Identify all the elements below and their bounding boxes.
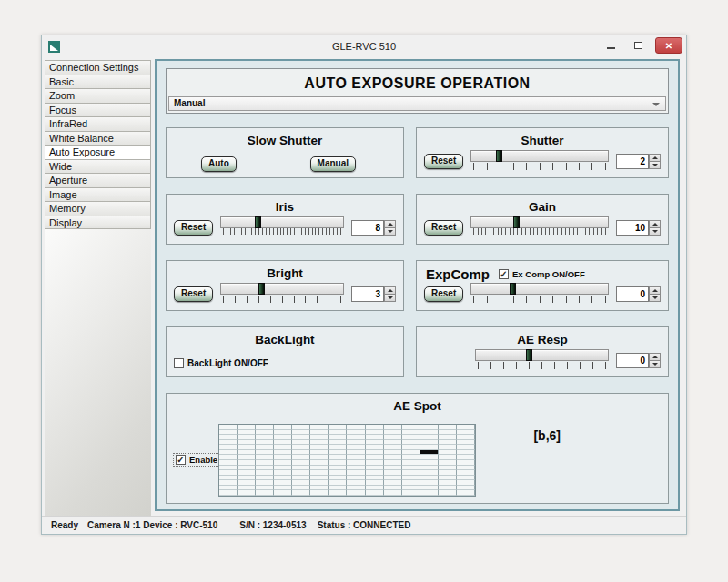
app-window: GLE-RVC 510 ✕ Connection SettingsBasicZo… — [41, 35, 687, 535]
ae-resp-slider-thumb[interactable] — [526, 349, 532, 361]
ae-spot-cell[interactable] — [347, 490, 365, 496]
shutter-reset-button[interactable]: Reset — [424, 154, 463, 169]
sidebar-item-display[interactable]: Display — [45, 216, 151, 230]
bright-slider-thumb[interactable] — [258, 283, 265, 295]
arrow-up-icon — [388, 223, 393, 226]
ae-spot-cell[interactable] — [238, 490, 256, 496]
ae-spot-cell[interactable] — [329, 490, 347, 496]
ae-spot-cell[interactable] — [439, 490, 457, 496]
bright-slider-track[interactable] — [220, 283, 344, 295]
status-bar: Ready Camera N :1 Device : RVC-510 S/N :… — [42, 516, 686, 534]
sidebar-item-wide[interactable]: Wide — [45, 159, 151, 174]
iris-slider-thumb[interactable] — [255, 216, 261, 228]
ae-spot-cell[interactable] — [274, 490, 292, 496]
ae-spot-cell[interactable] — [457, 490, 475, 496]
auto-exposure-page: AUTO EXPOSURE OPERATION Manual Slow Shut… — [155, 59, 680, 511]
ae-spot-cell[interactable] — [402, 490, 420, 496]
ae-resp-slider-track[interactable] — [475, 349, 609, 361]
iris-slider[interactable] — [220, 216, 344, 238]
gain-slider-track[interactable] — [470, 216, 609, 228]
bright-reset-button[interactable]: Reset — [174, 286, 213, 302]
bright-value-field[interactable]: 3 — [351, 286, 384, 302]
ae-resp-spin-down-button[interactable] — [649, 361, 661, 368]
sidebar-item-connection-settings[interactable]: Connection Settings — [45, 60, 151, 75]
ae-spot-cell[interactable] — [420, 490, 439, 496]
shutter-value-field[interactable]: 2 — [616, 154, 649, 169]
sidebar-item-auto-exposure[interactable]: Auto Exposure — [45, 145, 151, 159]
ae-spot-cell[interactable] — [366, 490, 384, 496]
backlight-title: BackLight — [167, 327, 403, 346]
arrow-down-icon — [388, 230, 393, 233]
expcomp-slider-track[interactable] — [470, 283, 609, 295]
expcomp-checkbox-label: Ex Comp ON/OFF — [512, 269, 585, 279]
gain-title: Gain — [417, 195, 668, 214]
sidebar-item-zoom[interactable]: Zoom — [45, 88, 151, 103]
enable-spot-checkbox[interactable]: ✓ — [176, 455, 186, 465]
title-bar: GLE-RVC 510 ✕ — [42, 35, 686, 57]
sidebar-item-basic[interactable]: Basic — [45, 75, 151, 89]
ae-spot-cell[interactable] — [256, 490, 274, 496]
iris-spin-down-button[interactable] — [384, 228, 396, 236]
expcomp-value-field[interactable]: 0 — [616, 286, 649, 302]
gain-value-field[interactable]: 10 — [616, 220, 649, 236]
ae-spot-panel: AE Spot ✓ Enable Spot [b,6] — [166, 393, 669, 504]
bright-spin-down-button[interactable] — [384, 295, 396, 302]
iris-slider-track[interactable] — [220, 216, 344, 228]
expcomp-title: ExpComp — [426, 266, 490, 282]
sidebar-item-white-balance[interactable]: White Balance — [45, 131, 151, 146]
minimize-button[interactable] — [601, 37, 621, 53]
gain-slider-thumb[interactable] — [513, 216, 520, 228]
expcomp-slider-thumb[interactable] — [510, 283, 516, 295]
slow-shutter-title: Slow Shutter — [167, 128, 403, 147]
ae-resp-spin-up-button[interactable] — [649, 353, 661, 361]
backlight-checkbox-label: BackLight ON/OFF — [187, 358, 268, 368]
backlight-panel: BackLight BackLight ON/OFF — [166, 326, 404, 377]
close-button[interactable]: ✕ — [655, 37, 682, 54]
shutter-slider-track[interactable] — [470, 150, 609, 162]
sidebar-item-image[interactable]: Image — [45, 187, 151, 202]
shutter-title: Shutter — [417, 128, 668, 147]
iris-reset-button[interactable]: Reset — [174, 220, 213, 236]
arrow-down-icon — [388, 296, 393, 299]
sidebar-item-aperture[interactable]: Aperture — [45, 173, 151, 187]
iris-value-field[interactable]: 8 — [351, 220, 384, 236]
arrow-down-icon — [652, 230, 658, 233]
exposure-mode-dropdown[interactable]: Manual — [168, 96, 666, 111]
sidebar-item-focus[interactable]: Focus — [45, 103, 151, 117]
shutter-spin-down-button[interactable] — [649, 162, 661, 169]
iris-panel: Iris Reset 8 — [166, 194, 404, 245]
gain-spin-down-button[interactable] — [649, 228, 661, 236]
arrow-up-icon — [388, 289, 393, 292]
ae-resp-slider-ticks — [478, 362, 606, 370]
maximize-button[interactable] — [628, 37, 648, 53]
shutter-spin-up-button[interactable] — [649, 154, 661, 162]
expcomp-spin-up-button[interactable] — [649, 286, 661, 295]
ae-resp-slider[interactable] — [475, 349, 609, 371]
ae-spot-cell[interactable] — [310, 490, 329, 496]
sidebar-item-memory[interactable]: Memory — [45, 201, 151, 216]
gain-slider[interactable] — [470, 216, 609, 238]
expcomp-reset-button[interactable]: Reset — [424, 286, 463, 302]
bright-panel: Bright Reset 3 — [166, 260, 404, 311]
backlight-checkbox[interactable] — [174, 358, 184, 368]
ae-spot-cell[interactable] — [292, 490, 310, 496]
expcomp-checkbox[interactable]: ✓ — [499, 269, 509, 279]
expcomp-slider[interactable] — [470, 283, 609, 305]
ae-spot-cell[interactable] — [219, 490, 238, 496]
ae-spot-cell[interactable] — [384, 490, 402, 496]
bright-spin-up-button[interactable] — [384, 286, 396, 295]
shutter-slider-thumb[interactable] — [496, 150, 502, 162]
sidebar-item-infrared[interactable]: InfraRed — [45, 116, 151, 131]
shutter-slider[interactable] — [470, 150, 609, 172]
slow-shutter-manual-button[interactable]: Manual — [310, 156, 356, 172]
gain-spin-up-button[interactable] — [649, 220, 661, 228]
iris-spin-up-button[interactable] — [384, 220, 396, 228]
ae-resp-value-field[interactable]: 0 — [616, 353, 649, 368]
bright-slider[interactable] — [220, 283, 344, 305]
bright-slider-ticks — [223, 296, 341, 304]
gain-reset-button[interactable]: Reset — [424, 220, 463, 236]
slow-shutter-auto-button[interactable]: Auto — [201, 156, 237, 172]
expcomp-spin-down-button[interactable] — [649, 295, 661, 302]
operation-header: AUTO EXPOSURE OPERATION Manual — [166, 68, 669, 114]
ae-spot-grid[interactable] — [218, 424, 476, 497]
